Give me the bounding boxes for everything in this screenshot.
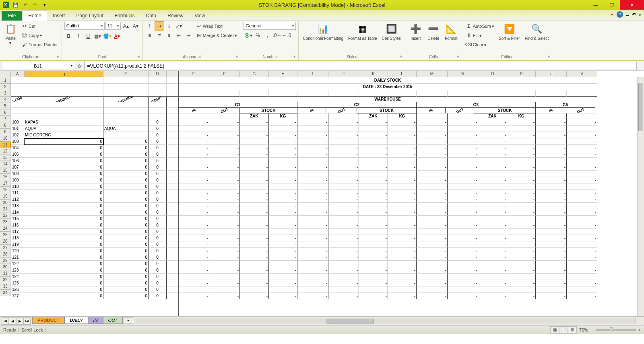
format-as-table-button[interactable]: ▦Format as Table — [347, 22, 379, 41]
cell[interactable]: - — [478, 126, 507, 132]
cell[interactable]: - — [297, 216, 328, 222]
cell[interactable]: - — [536, 196, 567, 203]
cell[interactable]: - — [448, 164, 478, 171]
cell[interactable]: - — [240, 254, 269, 261]
cell[interactable]: - — [388, 267, 417, 274]
cell[interactable]: - — [297, 203, 328, 209]
cell[interactable]: - — [269, 261, 297, 267]
cell[interactable]: - — [417, 190, 448, 196]
cell[interactable]: - — [297, 209, 328, 216]
cell[interactable]: - — [478, 196, 507, 203]
cell[interactable]: - — [448, 119, 478, 126]
cell[interactable]: - — [328, 280, 359, 286]
comp-cell[interactable]: 0 — [149, 293, 167, 299]
col-header-D[interactable]: D — [149, 71, 167, 77]
cell[interactable]: - — [417, 196, 448, 203]
cell[interactable]: - — [209, 216, 240, 222]
cell[interactable]: - — [388, 216, 417, 222]
cell[interactable]: - — [478, 254, 507, 261]
col-header-M[interactable]: M — [417, 71, 448, 77]
cell[interactable]: - — [536, 203, 567, 209]
comp-cell[interactable]: 0 — [149, 158, 167, 164]
cell[interactable]: - — [417, 171, 448, 177]
cell[interactable]: - — [209, 132, 240, 138]
cell[interactable]: - — [536, 177, 567, 183]
cell[interactable]: - — [507, 190, 536, 196]
cell[interactable] — [11, 84, 24, 90]
fx-button[interactable]: fx — [76, 61, 85, 70]
code-cell[interactable]: 102 — [11, 132, 24, 138]
cell[interactable]: - — [388, 177, 417, 183]
brand-cell[interactable]: 0 — [103, 164, 149, 171]
cell[interactable]: - — [417, 248, 448, 254]
cell[interactable] — [167, 183, 178, 190]
cell[interactable]: - — [240, 248, 269, 254]
cell[interactable]: - — [507, 145, 536, 151]
cell[interactable]: - — [507, 274, 536, 280]
cell[interactable]: - — [269, 196, 297, 203]
align-left-icon[interactable]: ≡ — [145, 31, 154, 40]
cell[interactable]: - — [328, 145, 359, 151]
brand-cell[interactable]: 0 — [103, 209, 149, 216]
brand-cell[interactable]: 0 — [103, 158, 149, 164]
cell[interactable]: - — [567, 261, 597, 267]
brand-cell[interactable]: 0 — [103, 196, 149, 203]
comp-cell[interactable]: 0 — [149, 183, 167, 190]
cell[interactable]: - — [178, 177, 209, 183]
cell[interactable]: - — [507, 126, 536, 132]
cell[interactable] — [103, 113, 149, 119]
cell[interactable]: - — [448, 126, 478, 132]
row-header-7[interactable]: 7 — [0, 116, 11, 122]
cell[interactable] — [417, 90, 448, 97]
cell[interactable]: - — [178, 254, 209, 261]
cell[interactable]: - — [359, 280, 388, 286]
cell[interactable]: - — [448, 280, 478, 286]
cell[interactable] — [178, 113, 209, 119]
col-header-J[interactable]: J — [328, 71, 359, 77]
sheet-tab-product[interactable]: PRODUCT — [32, 317, 64, 324]
cell[interactable]: - — [359, 203, 388, 209]
cell[interactable]: - — [536, 216, 567, 222]
cell[interactable]: - — [448, 267, 478, 274]
cell[interactable]: - — [536, 126, 567, 132]
code-cell[interactable]: 126 — [11, 286, 24, 293]
cell[interactable]: - — [209, 190, 240, 196]
product-cell[interactable]: 0 — [24, 164, 103, 171]
brand-cell[interactable]: 0 — [103, 216, 149, 222]
cell[interactable]: - — [388, 183, 417, 190]
cell[interactable]: - — [567, 274, 597, 280]
align-right-icon[interactable]: ≡ — [165, 31, 173, 40]
comp-cell[interactable]: 0 — [149, 203, 167, 209]
cell[interactable] — [178, 90, 209, 97]
decrease-decimal-icon[interactable]: ←.0 — [282, 31, 291, 40]
cell[interactable]: - — [567, 293, 597, 299]
cell[interactable] — [167, 97, 178, 102]
cell[interactable]: - — [417, 274, 448, 280]
cell[interactable]: - — [359, 164, 388, 171]
zak-header[interactable]: ZAK — [240, 113, 269, 119]
cell[interactable]: - — [240, 119, 269, 126]
cell[interactable] — [167, 274, 178, 280]
comp-cell[interactable]: 0 — [149, 286, 167, 293]
cell[interactable]: - — [567, 267, 597, 274]
col-header-N[interactable]: N — [448, 71, 478, 77]
cell[interactable]: - — [478, 138, 507, 145]
underline-button[interactable]: U — [84, 32, 93, 41]
cell[interactable]: - — [359, 190, 388, 196]
cell[interactable]: - — [388, 164, 417, 171]
cell[interactable]: - — [567, 138, 597, 145]
cell[interactable]: - — [388, 190, 417, 196]
cell[interactable]: - — [178, 222, 209, 229]
cell[interactable]: - — [359, 222, 388, 229]
cell[interactable]: - — [417, 222, 448, 229]
cell[interactable]: - — [269, 280, 297, 286]
row-header-22[interactable]: 22 — [0, 212, 11, 219]
cell[interactable]: - — [567, 177, 597, 183]
cell[interactable]: - — [240, 293, 269, 299]
cell[interactable] — [167, 90, 178, 97]
cell[interactable]: - — [297, 274, 328, 280]
code-cell[interactable]: 100 — [11, 119, 24, 126]
brand-cell[interactable]: 0 — [103, 222, 149, 229]
product-cell[interactable]: 0 — [24, 254, 103, 261]
cell[interactable]: - — [209, 280, 240, 286]
